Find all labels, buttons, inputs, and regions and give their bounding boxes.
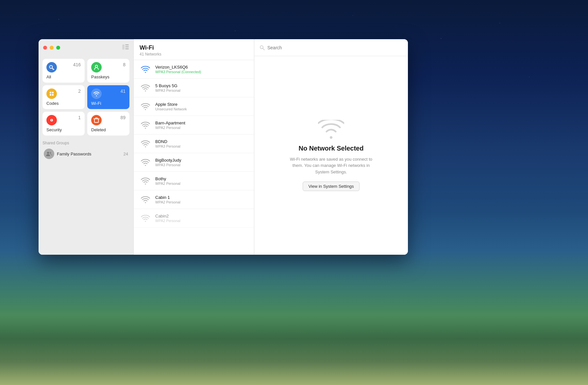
wifi-connected-icon (140, 63, 151, 75)
wifi-icon-5buoys (140, 82, 151, 94)
network-name: Apple Store (155, 102, 248, 107)
network-name: Verizon_LKS6Q6 (155, 65, 248, 70)
codes-label: Codes (46, 101, 81, 106)
no-network-content: No Network Selected Wi-Fi networks are s… (254, 56, 408, 255)
network-info-bigbootyjudy: BigBootyJudy WPA3 Personal (155, 158, 248, 167)
network-security: Unsecured Network (155, 107, 248, 111)
wifi-icon-bothy (140, 175, 151, 187)
panel-subtitle: 41 Networks (140, 52, 248, 56)
family-count: 24 (124, 152, 128, 156)
sidebar-item-passkeys[interactable]: 8 Passkeys (87, 59, 129, 83)
search-input[interactable] (267, 45, 403, 50)
network-security: WPA2 Personal (155, 219, 248, 223)
passkey-icon (91, 62, 102, 72)
deleted-count: 89 (120, 115, 126, 120)
shared-groups-label: Shared Groups (42, 141, 129, 145)
network-name: BigBootyJudy (155, 158, 248, 163)
app-window: 416 All 8 Passkeys (39, 39, 408, 255)
wifi-icon-barnapartment (140, 119, 151, 131)
maximize-button[interactable] (56, 46, 60, 50)
close-button[interactable] (43, 46, 47, 50)
search-icon (260, 45, 265, 50)
panel-title: Wi-Fi (140, 44, 248, 51)
network-name: 5 Buoys 5G (155, 83, 248, 88)
svg-rect-10 (50, 94, 51, 96)
network-security: WPA3 Personal (155, 144, 248, 148)
network-name: BDND (155, 139, 248, 144)
view-system-settings-button[interactable]: View in System Settings (303, 182, 359, 191)
svg-rect-14 (94, 119, 98, 122)
panel-header: Wi-Fi 41 Networks (134, 39, 254, 60)
titlebar (39, 39, 133, 56)
sidebar-item-all[interactable]: 416 All (42, 59, 85, 83)
security-icon: ! (46, 115, 57, 125)
svg-rect-9 (52, 92, 54, 93)
network-security: WPA3 Personal (155, 88, 248, 92)
no-network-title: No Network Selected (299, 145, 364, 152)
sidebar-item-wifi[interactable]: 41 Wi-Fi (87, 85, 129, 109)
sidebar-toggle-icon[interactable] (122, 44, 129, 50)
wifi-icon-bdnd (140, 138, 151, 150)
network-info-cabin1: Cabin 1 WPA2 Personal (155, 195, 248, 204)
search-bar (254, 39, 408, 56)
category-grid: 416 All 8 Passkeys (39, 56, 133, 136)
network-info-5buoys: 5 Buoys 5G WPA3 Personal (155, 83, 248, 92)
family-passwords-item[interactable]: Family Passwords 24 (42, 147, 129, 160)
network-item-barnapartment[interactable]: Barn-Apartment WPA2 Personal (134, 116, 254, 135)
minimize-button[interactable] (50, 46, 54, 50)
network-item-bigbootyjudy[interactable]: BigBootyJudy WPA3 Personal (134, 153, 254, 172)
codes-icon (46, 88, 57, 99)
svg-rect-8 (50, 92, 51, 93)
deleted-icon (91, 115, 102, 125)
svg-line-18 (263, 48, 264, 50)
network-security: WPA2 Personal (155, 126, 248, 130)
sidebar-item-deleted[interactable]: 89 Deleted (87, 112, 129, 136)
network-item-5buoys[interactable]: 5 Buoys 5G WPA3 Personal (134, 79, 254, 97)
network-name: Cabin2 (155, 214, 248, 218)
svg-rect-2 (125, 46, 129, 47)
network-name: Bothy (155, 176, 248, 181)
wifi-icon-bigbootyjudy (140, 156, 151, 168)
security-label: Security (46, 127, 81, 132)
network-item-applestore[interactable]: Apple Store Unsecured Network (134, 97, 254, 116)
all-label: All (46, 74, 81, 79)
sidebar-item-codes[interactable]: 2 Codes (42, 85, 85, 109)
svg-rect-1 (125, 44, 129, 45)
svg-point-15 (47, 152, 49, 154)
network-item-cabin2[interactable]: Cabin2 WPA2 Personal (134, 209, 254, 228)
security-count: 1 (78, 115, 81, 120)
network-info-bothy: Bothy WPA2 Personal (155, 176, 248, 185)
network-item-cabin1[interactable]: Cabin 1 WPA2 Personal (134, 190, 254, 209)
network-item-bdnd[interactable]: BDND WPA3 Personal (134, 135, 254, 153)
network-security: WPA2 Personal (155, 182, 248, 185)
wifi-label: Wi-Fi (91, 101, 126, 106)
sidebar-item-security[interactable]: ! 1 Security (42, 112, 85, 136)
wifi-count: 41 (120, 88, 126, 94)
network-item-bothy[interactable]: Bothy WPA2 Personal (134, 172, 254, 190)
network-name: Cabin 1 (155, 195, 248, 200)
wifi-icon (91, 88, 102, 99)
passkeys-label: Passkeys (91, 74, 126, 79)
codes-count: 2 (78, 88, 81, 94)
deleted-label: Deleted (91, 127, 126, 132)
network-item-verizon[interactable]: Verizon_LKS6Q6 WPA3 Personal (Connected) (134, 60, 254, 79)
no-network-wifi-icon (318, 120, 344, 139)
network-list[interactable]: Verizon_LKS6Q6 WPA3 Personal (Connected)… (134, 60, 254, 255)
all-count: 416 (73, 62, 81, 67)
no-network-desc: Wi-Fi networks are saved as you connect … (285, 156, 377, 175)
network-security: WPA3 Personal (Connected) (155, 70, 248, 74)
network-info-verizon: Verizon_LKS6Q6 WPA3 Personal (Connected) (155, 65, 248, 74)
network-name: Barn-Apartment (155, 120, 248, 125)
wifi-icon-cabin2 (140, 212, 151, 224)
middle-panel: Wi-Fi 41 Networks Verizon_LKS6Q6 WPA3 Pe… (133, 39, 254, 255)
wifi-icon-applestore (140, 101, 151, 112)
network-info-cabin2: Cabin2 WPA2 Personal (155, 214, 248, 223)
svg-rect-11 (52, 94, 54, 96)
network-info-bdnd: BDND WPA3 Personal (155, 139, 248, 148)
svg-text:!: ! (51, 119, 52, 122)
right-panel: No Network Selected Wi-Fi networks are s… (254, 39, 408, 255)
network-info-barnapartment: Barn-Apartment WPA2 Personal (155, 120, 248, 130)
network-info-applestore: Apple Store Unsecured Network (155, 102, 248, 111)
sidebar: 416 All 8 Passkeys (39, 39, 133, 255)
network-security: WPA3 Personal (155, 163, 248, 167)
